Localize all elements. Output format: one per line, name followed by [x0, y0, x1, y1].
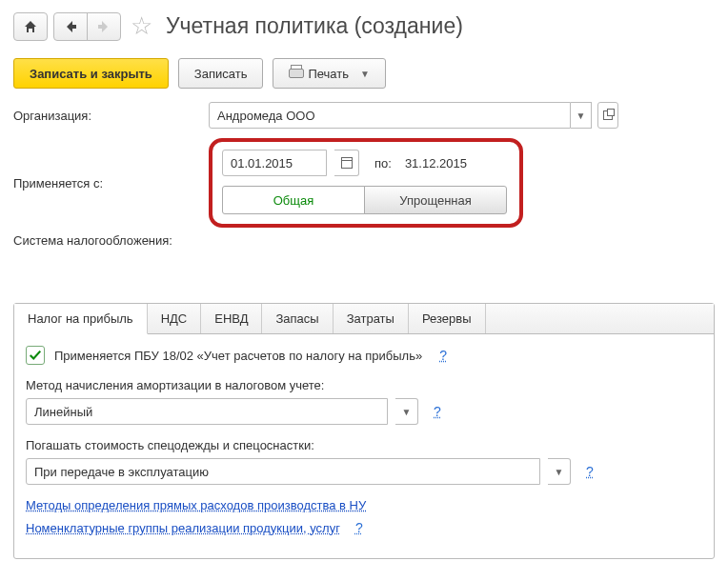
calendar-icon	[341, 157, 353, 169]
help-workwear[interactable]: ?	[586, 464, 594, 479]
link-nomenclature-groups[interactable]: Номенклатурные группы реализации продукц…	[26, 521, 340, 535]
nav-forward-button[interactable]	[87, 12, 121, 41]
organization-value: Андромеда ООО	[217, 109, 315, 123]
help-pbu[interactable]: ?	[439, 348, 447, 363]
tax-system-label: Система налогообложения:	[13, 233, 209, 248]
amortization-dropdown[interactable]: ▼	[395, 398, 418, 425]
highlighted-region: 01.01.2015 по: 31.12.2015 Общая Упрощенн…	[209, 138, 523, 228]
pbu1802-checkbox[interactable]	[26, 346, 45, 365]
link-direct-expenses[interactable]: Методы определения прямых расходов произ…	[26, 498, 366, 512]
favorite-star-icon[interactable]: ☆	[131, 11, 152, 41]
home-icon	[23, 19, 38, 34]
tab-reserves[interactable]: Резервы	[409, 304, 486, 333]
tab-vat[interactable]: НДС	[148, 304, 202, 333]
applied-from-label: Применяется с:	[13, 176, 209, 190]
open-external-icon	[603, 110, 613, 120]
tab-profit-tax[interactable]: Налог на прибыль	[14, 304, 148, 334]
date-to-label: по:	[374, 156, 392, 170]
tax-system-general[interactable]: Общая	[222, 186, 365, 214]
date-from-value: 01.01.2015	[231, 156, 293, 170]
nav-back-button[interactable]	[53, 12, 88, 41]
date-from-input[interactable]: 01.01.2015	[222, 150, 327, 176]
tab-strip: Налог на прибыль НДС ЕНВД Запасы Затраты…	[14, 304, 714, 334]
print-button[interactable]: Печать ▼	[273, 58, 386, 89]
workwear-dropdown[interactable]: ▼	[548, 458, 571, 485]
tab-inventory[interactable]: Запасы	[262, 304, 333, 333]
help-nomenclature[interactable]: ?	[355, 520, 363, 535]
tab-envd[interactable]: ЕНВД	[201, 304, 262, 333]
printer-icon	[289, 68, 302, 79]
check-icon	[29, 349, 42, 362]
workwear-value: При передаче в эксплуатацию	[34, 465, 209, 479]
arrow-left-icon	[64, 20, 77, 33]
date-to-value: 31.12.2015	[405, 156, 467, 170]
organization-input[interactable]: Андромеда ООО	[209, 102, 571, 129]
workwear-select[interactable]: При передаче в эксплуатацию	[26, 458, 540, 485]
help-amortization[interactable]: ?	[434, 404, 441, 419]
save-button[interactable]: Записать	[178, 58, 264, 89]
organization-dropdown[interactable]: ▼	[571, 102, 592, 129]
organization-label: Организация:	[13, 109, 209, 123]
amortization-label: Метод начисления амортизации в налоговом…	[26, 378, 702, 392]
pbu1802-label: Применяется ПБУ 18/02 «Учет расчетов по …	[54, 349, 422, 363]
tab-expenses[interactable]: Затраты	[334, 304, 409, 333]
organization-open-button[interactable]	[597, 102, 618, 129]
print-label: Печать	[308, 67, 349, 81]
workwear-label: Погашать стоимость спецодежды и спецосна…	[26, 438, 702, 452]
chevron-down-icon: ▼	[360, 69, 370, 79]
amortization-select[interactable]: Линейный	[26, 398, 388, 425]
save-and-close-button[interactable]: Записать и закрыть	[13, 58, 169, 89]
home-button[interactable]	[13, 12, 48, 41]
tax-system-simplified[interactable]: Упрощенная	[364, 186, 507, 214]
arrow-right-icon	[97, 20, 111, 33]
date-from-calendar-button[interactable]	[334, 150, 359, 176]
page-title: Учетная политика (создание)	[166, 13, 463, 39]
amortization-value: Линейный	[34, 405, 92, 419]
